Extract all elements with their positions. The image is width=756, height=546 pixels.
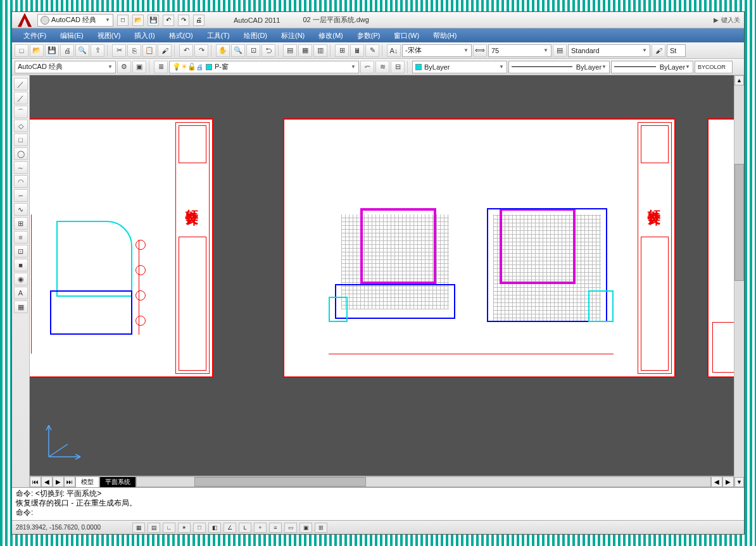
tb-publish-icon[interactable]: ⇪ [91,44,104,57]
qat-print-icon[interactable]: 🖨 [193,15,205,26]
menu-insert[interactable]: 插入(I) [128,30,161,42]
hscroll-left-icon[interactable]: ◀ [711,476,722,487]
tb-style-icon[interactable]: ▤ [553,44,567,57]
textstyle-combo[interactable]: Standard▼ [568,44,650,57]
search-hint[interactable]: 键入关 [721,16,740,25]
qat-save-icon[interactable]: 💾 [148,15,159,26]
tb-save-icon[interactable]: 💾 [45,44,59,57]
menu-draw[interactable]: 绘图(D) [237,30,274,42]
tab-next-icon[interactable]: ▶ [53,476,64,487]
sb-otrack-icon[interactable]: ∠ [224,523,236,533]
tb-new-icon[interactable]: □ [15,44,28,57]
cmd-input[interactable] [33,508,740,518]
workspace-combo[interactable]: AutoCAD 经典▼ [15,61,116,73]
draw-tool-14[interactable]: ◉ [14,273,28,285]
sb-tpy-icon[interactable]: ▭ [284,523,297,533]
menu-format[interactable]: 格式(O) [163,30,199,42]
lineweight-combo[interactable]: ByLayer▼ [611,61,693,73]
drawing-canvas[interactable]: 轩奕设计 [30,75,734,476]
tb-zoom-icon[interactable]: 🔍 [231,44,245,57]
tab-layout-active[interactable]: 平面系统 [99,476,136,487]
tb-print-icon[interactable]: 🖨 [60,44,74,57]
sb-polar-icon[interactable]: ✶ [178,523,191,533]
tb-preview-icon[interactable]: 🔍 [75,44,89,57]
draw-tool-2[interactable]: ⌒ [14,106,28,118]
sb-ducs-icon[interactable]: L [239,523,251,533]
vscroll-up-icon[interactable]: ▲ [734,75,744,85]
tb-redo-icon[interactable]: ↷ [194,44,208,57]
ws-gear-icon[interactable]: ⚙ [117,61,131,73]
draw-tool-16[interactable]: ▦ [14,301,28,313]
vscroll-down-icon[interactable]: ▼ [734,477,744,487]
sb-ortho-icon[interactable]: ∟ [163,523,175,533]
hscroll-right-icon[interactable]: ▶ [722,476,734,487]
draw-tool-4[interactable]: □ [14,133,28,146]
draw-tool-13[interactable]: ■ [14,259,28,271]
size-combo[interactable]: 75▼ [488,44,551,57]
tb-copy-icon[interactable]: ⎘ [127,44,141,57]
ws-save-icon[interactable]: ▣ [132,61,146,73]
tb-props-icon[interactable]: ▤ [283,44,297,57]
layer-iso-icon[interactable]: ⊟ [391,61,405,73]
tb-open-icon[interactable]: 📂 [30,44,44,57]
draw-tool-6[interactable]: ～ [14,161,28,174]
tb-zoomprev-icon[interactable]: ⮌ [261,44,275,57]
layer-combo[interactable]: 💡 ☀ 🔓 🖨 P-窗 ▼ [169,61,359,73]
layer-manager-icon[interactable]: ≣ [154,61,168,73]
vscroll-track[interactable] [734,85,744,477]
tb-undo-icon[interactable]: ↶ [179,44,193,57]
draw-tool-0[interactable]: ／ [14,78,28,90]
tb-text-icon[interactable]: A↓ [387,44,401,57]
layer-state-icon[interactable]: ≋ [375,61,389,73]
tb-sheet-icon[interactable]: ▦ [298,44,312,57]
tb-match-icon[interactable]: 🖌 [158,44,172,57]
menu-tools[interactable]: 工具(T) [201,30,236,42]
tb-calc-icon[interactable]: 🖩 [350,44,364,57]
tb-brush-icon[interactable]: 🖌 [652,44,665,57]
sb-lwt-icon[interactable]: ≡ [269,523,282,533]
draw-tool-8[interactable]: ∽ [14,189,28,202]
tab-last-icon[interactable]: ⏭ [64,476,75,487]
layer-prev-icon[interactable]: ⤺ [360,61,374,73]
menu-file[interactable]: 文件(F) [17,30,53,42]
tb-pan-icon[interactable]: ✋ [216,44,230,57]
sb-3dosnap-icon[interactable]: ◧ [208,523,221,533]
tab-model[interactable]: 模型 [75,476,99,487]
tab-first-icon[interactable]: ⏮ [30,476,41,487]
tb-cut-icon[interactable]: ✂ [112,44,126,57]
command-window[interactable]: 命令: <切换到: 平面系统> 恢复缓存的视口 - 正在重生成布局。 命令: [12,487,744,520]
draw-tool-15[interactable]: A [14,287,28,299]
tb-zoomwin-icon[interactable]: ⊡ [246,44,260,57]
sb-dyn-icon[interactable]: + [254,523,267,533]
menu-edit[interactable]: 编辑(E) [54,30,90,42]
hscroll-thumb[interactable] [194,477,367,487]
font-combo[interactable]: -宋体▼ [402,44,472,57]
tb-markup-icon[interactable]: ✎ [365,44,379,57]
sb-grid-icon[interactable]: ▤ [148,523,160,533]
sb-snap-icon[interactable]: ▦ [132,523,145,533]
menu-help[interactable]: 帮助(H) [427,30,463,42]
draw-tool-3[interactable]: ◇ [14,120,28,132]
draw-tool-5[interactable]: ◯ [14,147,28,160]
qat-undo-icon[interactable]: ↶ [163,15,174,26]
sb-sc-icon[interactable]: ⊞ [315,523,327,533]
draw-tool-1[interactable]: ／ [14,92,28,104]
qat-open-icon[interactable]: 📂 [132,15,144,26]
color-combo[interactable]: ByLayer▼ [412,61,507,73]
draw-tool-9[interactable]: ∿ [14,203,28,216]
draw-tool-10[interactable]: ⊞ [14,217,28,230]
menu-dim[interactable]: 标注(N) [275,30,311,42]
menu-window[interactable]: 窗口(W) [387,30,425,42]
qat-redo-icon[interactable]: ↷ [178,15,189,26]
tab-prev-icon[interactable]: ◀ [41,476,53,487]
app-logo-icon[interactable] [16,13,34,27]
hscroll-track[interactable] [136,476,711,487]
menu-param[interactable]: 参数(P) [351,30,387,42]
qat-workspace-combo[interactable]: AutoCAD 经典 ▼ [37,14,113,27]
tb-dc-icon[interactable]: ⊞ [335,44,349,57]
tb-paste-icon[interactable]: 📋 [142,44,156,57]
draw-tool-7[interactable]: ◠ [14,175,28,188]
bycolor-box[interactable]: BYCOLOR [695,61,733,73]
qat-new-icon[interactable]: □ [117,15,129,26]
style2-combo[interactable]: St [667,44,686,57]
